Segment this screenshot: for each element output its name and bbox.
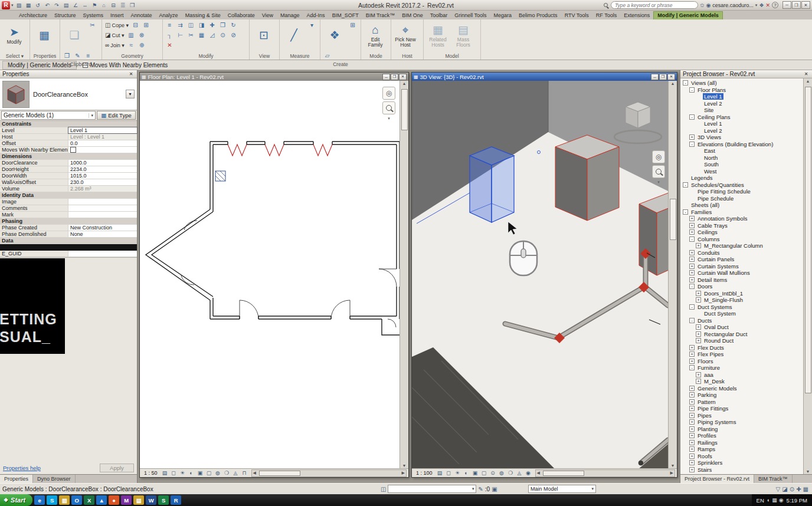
tree-item-label[interactable]: Profiles bbox=[696, 432, 718, 439]
reveal-constraints-icon[interactable]: ⊓ bbox=[240, 469, 249, 477]
palette-tab[interactable]: Properties bbox=[0, 475, 33, 483]
tree-item[interactable]: + Ramps bbox=[680, 446, 803, 453]
scroll-right-icon[interactable]: ▶ bbox=[402, 471, 405, 475]
modify-tool-button[interactable]: ➤ Modify bbox=[2, 20, 27, 51]
tree-item-label[interactable]: Level 1 bbox=[703, 120, 723, 127]
tree-item[interactable]: + Flex Pipes bbox=[680, 351, 803, 358]
tree-item-label[interactable]: Schedules/Quantities bbox=[690, 182, 745, 188]
floorplan-window-titlebar[interactable]: ▦ Floor Plan: Level 1 - Rev02.rvt ─ ❐ ✕ bbox=[140, 73, 408, 81]
property-row[interactable] bbox=[0, 244, 137, 251]
tree-item-label[interactable]: M_Single-Flush bbox=[703, 297, 744, 303]
tree-item[interactable]: + Rectangular Duct bbox=[680, 331, 803, 338]
tree-expander-icon[interactable]: + bbox=[696, 324, 701, 330]
tree-item[interactable]: + Ceilings bbox=[680, 229, 803, 236]
tree-item-label[interactable]: North bbox=[703, 155, 719, 161]
property-row[interactable]: Phasing bbox=[0, 218, 137, 225]
taskbar-app-s[interactable]: S bbox=[158, 495, 169, 505]
taskbar-app-revit[interactable]: R bbox=[171, 495, 181, 505]
pick-new-host-button[interactable]: ⌖ Pick New Host bbox=[393, 20, 418, 51]
switch-join-order-button[interactable]: ⊕ bbox=[137, 40, 147, 50]
tree-item[interactable]: Level 2 bbox=[680, 127, 803, 134]
tree-expander-icon[interactable]: + bbox=[689, 392, 695, 397]
tree-expander-icon[interactable] bbox=[696, 148, 701, 153]
aligned-dimension-icon[interactable]: ↔ bbox=[81, 1, 90, 9]
tree-item-label[interactable]: Annotation Symbols bbox=[696, 215, 749, 222]
show-crop-region-icon[interactable]: ▢ bbox=[480, 469, 489, 477]
tree-expander-icon[interactable]: - bbox=[689, 87, 695, 93]
analytical-model-icon[interactable]: ◬ bbox=[515, 469, 524, 477]
create-assembly-button[interactable]: ▱ bbox=[322, 51, 332, 61]
tree-item[interactable]: + Floors bbox=[680, 358, 803, 365]
geometry-extra-button[interactable]: ⊗ bbox=[136, 30, 146, 40]
tree-item-label[interactable]: Ducts bbox=[696, 317, 713, 324]
related-hosts-button[interactable]: ▦ Related Hosts bbox=[425, 20, 450, 51]
reveal-hidden-elements-icon[interactable]: ❍ bbox=[222, 469, 231, 477]
tree-expander-icon[interactable]: + bbox=[689, 134, 695, 140]
cope-remove-button[interactable]: ⊟ bbox=[130, 20, 140, 30]
tree-item-label[interactable]: Roofs bbox=[696, 453, 713, 459]
apply-button[interactable]: Apply bbox=[100, 464, 134, 472]
3d-window-titlebar[interactable]: ▦ 3D View: {3D} - Rev02.rvt ─ ❐ ✕ bbox=[412, 73, 677, 81]
ribbon-tab[interactable]: BIM One bbox=[398, 12, 427, 19]
ribbon-tab[interactable]: Systems bbox=[80, 12, 107, 19]
tree-expander-icon[interactable]: + bbox=[689, 413, 695, 418]
tree-expander-icon[interactable]: + bbox=[689, 257, 695, 262]
tree-item-label[interactable]: Pipes bbox=[696, 412, 713, 419]
vertical-scrollbar[interactable]: ▲ ▼ bbox=[668, 81, 677, 468]
tree-item-label[interactable]: Conduits bbox=[696, 249, 721, 256]
sun-path-icon[interactable]: ☀ bbox=[453, 469, 462, 477]
trim-extend-single-button[interactable]: ⊢ bbox=[175, 30, 185, 40]
start-button[interactable]: ❖ Start bbox=[0, 494, 32, 506]
property-row[interactable]: Moves With Nearby Elements bbox=[0, 147, 137, 153]
tree-item-label[interactable]: Detail Items bbox=[696, 277, 728, 283]
property-value[interactable]: 0.0 bbox=[68, 140, 137, 146]
tree-item[interactable]: East bbox=[680, 147, 803, 155]
tree-item-label[interactable]: Doors_IntDbl_1 bbox=[703, 290, 744, 297]
tree-expander-icon[interactable]: - bbox=[683, 80, 688, 86]
pin-button[interactable]: ⊙ bbox=[218, 30, 228, 40]
join-geometry-button[interactable]: ∞ Join ▾ bbox=[104, 40, 126, 50]
zoom-icon[interactable] bbox=[382, 101, 395, 114]
uncut-geometry-button[interactable]: ▥ bbox=[126, 30, 136, 40]
tree-item[interactable]: + Curtain Systems bbox=[680, 263, 803, 270]
tree-expander-icon[interactable]: + bbox=[689, 454, 695, 459]
tree-expander-icon[interactable] bbox=[696, 107, 701, 113]
selected-door-clearance-box[interactable] bbox=[470, 147, 514, 222]
vertical-scrollbar[interactable]: ▲ ▼ bbox=[400, 81, 408, 468]
tree-item[interactable]: + Profiles bbox=[680, 432, 803, 439]
tree-item-label[interactable]: Sheets (all) bbox=[690, 202, 721, 208]
select-pinned-elements-icon[interactable]: ⊙ bbox=[790, 486, 794, 492]
worksets-icon[interactable]: ◫ bbox=[381, 486, 386, 492]
properties-help-link[interactable]: Properties help bbox=[3, 465, 41, 471]
tree-item-label[interactable]: Floor Plans bbox=[696, 87, 727, 93]
tree-item[interactable]: Site bbox=[680, 107, 803, 114]
tray-network-icon[interactable]: ▦ bbox=[772, 497, 777, 503]
tree-expander-icon[interactable]: - bbox=[689, 318, 695, 323]
tree-item-label[interactable]: Pattern bbox=[696, 399, 717, 405]
reveal-hidden-elements-icon[interactable]: ❍ bbox=[506, 469, 515, 477]
sync-with-central-icon[interactable]: ↺ bbox=[34, 1, 42, 9]
tree-expander-icon[interactable]: + bbox=[689, 460, 695, 465]
drag-elements-icon[interactable]: ✚ bbox=[796, 486, 801, 492]
ribbon-tab[interactable]: Analyze bbox=[156, 12, 182, 19]
detail-level-icon[interactable]: ▤ bbox=[436, 469, 444, 477]
type-selector-dropdown-icon[interactable]: ▾ bbox=[126, 90, 135, 98]
tree-item[interactable]: Pipe Fitting Schedule bbox=[680, 188, 803, 195]
cut-button[interactable]: ✂ bbox=[87, 20, 97, 30]
measure-icon[interactable]: ∠ bbox=[71, 1, 80, 9]
property-value[interactable]: 1000.0 bbox=[68, 160, 137, 166]
tree-item[interactable]: + Planting bbox=[680, 426, 803, 433]
tree-item-label[interactable]: Level 1 bbox=[703, 93, 723, 100]
section-icon[interactable]: ⊟ bbox=[109, 1, 118, 9]
tree-expander-icon[interactable] bbox=[683, 175, 688, 180]
scrollbar-thumb[interactable] bbox=[805, 87, 811, 393]
tree-item-label[interactable]: Legends bbox=[690, 175, 713, 181]
tree-expander-icon[interactable]: - bbox=[689, 236, 695, 242]
ribbon-group-label[interactable]: Host bbox=[393, 52, 421, 60]
ribbon-tab[interactable]: Modify | Generic Models bbox=[653, 11, 723, 19]
view-scale[interactable]: 1 : 100 bbox=[414, 470, 435, 476]
property-value[interactable]: New Construction bbox=[68, 225, 137, 231]
tree-item[interactable]: Level 2 bbox=[680, 100, 803, 107]
tree-expander-icon[interactable]: + bbox=[689, 250, 695, 255]
property-value[interactable] bbox=[68, 212, 137, 218]
